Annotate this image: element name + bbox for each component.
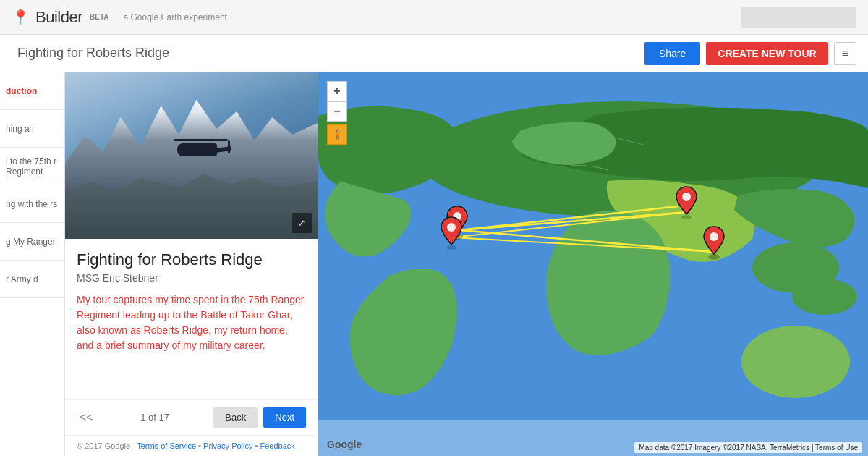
toolbar-actions: Share CREATE NEW TOUR ≡ — [644, 42, 856, 65]
map-area[interactable]: + − 🧍 Google Map data ©2017 Imagery ©201… — [318, 72, 868, 456]
privacy-link[interactable]: Privacy Policy — [203, 442, 252, 450]
page-info: 1 of 17 — [102, 412, 208, 423]
heli-rotor — [174, 139, 228, 141]
main-content: duction ning a r l to the 75th r Regimen… — [0, 72, 868, 456]
description-highlighted: My tour captures my time spent in the 75… — [77, 294, 304, 351]
experiment-label: a Google Earth experiment — [123, 12, 226, 22]
sidebar-item-4[interactable]: g My Ranger — [0, 223, 64, 261]
sidebar-item-3[interactable]: ng with the rs — [0, 185, 64, 223]
panel-author: MSG Eric Stebner — [77, 272, 306, 284]
app-title: Builder — [35, 8, 82, 27]
world-map-svg — [318, 72, 868, 456]
svg-point-18 — [710, 232, 718, 241]
panel-description: My tour captures my time spent in the 75… — [77, 292, 306, 353]
terms-link[interactable]: Terms of Service — [137, 442, 196, 450]
sidebar: duction ning a r l to the 75th r Regimen… — [0, 72, 65, 456]
panel-tour-title: Fighting for Roberts Ridge — [77, 250, 306, 269]
panel-copyright: © 2017 Google Terms of Service • Privacy… — [65, 435, 318, 456]
user-avatar-area — [741, 7, 856, 28]
sidebar-item-0[interactable]: duction — [0, 72, 64, 110]
svg-point-17 — [708, 254, 720, 260]
map-background: + − 🧍 Google Map data ©2017 Imagery ©201… — [318, 72, 868, 456]
top-bar: 📍 Builder BETA a Google Earth experiment — [0, 0, 868, 35]
expand-icon[interactable]: ⤢ — [292, 213, 312, 233]
tour-title: Fighting for Roberts Ridge — [12, 46, 644, 61]
menu-icon: ≡ — [842, 47, 848, 59]
svg-point-4 — [741, 326, 850, 398]
map-controls: + − 🧍 — [327, 81, 347, 145]
zoom-in-button[interactable]: + — [327, 81, 347, 101]
svg-point-14 — [447, 223, 456, 232]
logo-area: 📍 Builder BETA a Google Earth experiment — [12, 8, 227, 27]
sidebar-item-1[interactable]: ning a r — [0, 110, 64, 148]
detail-panel: ⤢ Fighting for Roberts Ridge MSG Eric St… — [65, 72, 318, 456]
heli-tail-rotor — [228, 140, 230, 153]
svg-point-15 — [681, 215, 692, 219]
map-google-logo: Google — [327, 439, 362, 450]
panel-image: ⤢ — [65, 72, 318, 239]
pegman-button[interactable]: 🧍 — [327, 124, 347, 145]
back-button[interactable]: Back — [213, 407, 258, 428]
zoom-out-button[interactable]: − — [327, 101, 347, 122]
toolbar: Fighting for Roberts Ridge Share CREATE … — [0, 35, 868, 72]
svg-point-13 — [446, 245, 456, 250]
sidebar-item-5[interactable]: r Army d — [0, 261, 64, 298]
beta-badge: BETA — [90, 13, 109, 21]
svg-point-16 — [682, 193, 691, 201]
menu-button[interactable]: ≡ — [834, 42, 856, 65]
svg-point-3 — [792, 279, 857, 315]
prev-button[interactable]: << — [77, 408, 96, 427]
panel-content: Fighting for Roberts Ridge MSG Eric Steb… — [65, 239, 318, 399]
sidebar-item-2[interactable]: l to the 75th r Regiment — [0, 148, 64, 185]
panel-footer: << 1 of 17 Back Next — [65, 399, 318, 435]
map-attribution: Map data ©2017 Imagery ©2017 NASA, Terra… — [634, 442, 862, 453]
next-button[interactable]: Next — [263, 407, 306, 428]
create-tour-button[interactable]: CREATE NEW TOUR — [706, 42, 827, 65]
pin-icon: 📍 — [12, 9, 30, 26]
feedback-link[interactable]: Feedback — [260, 442, 294, 450]
helicopter-illustration — [166, 138, 231, 163]
share-button[interactable]: Share — [644, 42, 700, 65]
